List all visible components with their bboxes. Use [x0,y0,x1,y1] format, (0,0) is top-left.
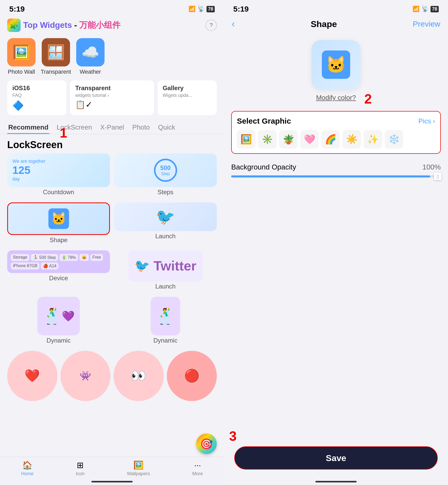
graphic-icon-snow[interactable]: ❄️ [385,130,403,149]
wifi-icon-right: 📡 [421,6,428,12]
save-button-area: 3 Save [234,446,438,470]
widget-photo-wall[interactable]: 🖼️ Photo Wall [7,38,36,75]
home-indicator-right [315,481,357,482]
mine-button[interactable]: 🎯 [196,433,217,454]
showcase-device-label: Device [49,273,68,284]
tab-recommend[interactable]: Recommend [7,120,49,134]
cat-tag: 🐱 [80,254,89,261]
storage-tag: Storage [11,254,29,261]
showcase-dynamic2[interactable]: 🕺 Dynamic [114,297,217,347]
showcase-dynamic1[interactable]: 🕺 💜 Dynamic [7,297,110,347]
app-logo-icon[interactable]: 🧩 [7,19,21,32]
hearts-row: ❤️ 👾 👀 🔴 [0,347,224,401]
tab-photo[interactable]: Photo [131,120,151,134]
graphic-icons-row: 🖼️ ✳️ 🪴 🩷 🌈 ☀️ ✨ ❄️ [237,130,435,150]
free-tag: Free [90,254,103,261]
graphic-icon-rainbow[interactable]: 🌈 [321,130,340,149]
shape-title: Shape [311,19,337,29]
showcase-countdown-label: Countdown [43,187,74,198]
preview-cat-icon: 🐱 [322,50,350,79]
tab-bar-wallpapers[interactable]: 🖼️ Wallpapers [127,460,150,477]
showcase-shape-label: Shape [50,235,67,246]
signal-icon: 📶 [188,6,195,12]
opacity-label: Background Opacity [231,163,296,171]
icon-icon: ⊞ [77,460,84,470]
steps-circle: 500 Step [154,159,177,182]
countdown-text: We are together [12,159,105,164]
showcase-countdown[interactable]: We are together 125 day Countdown [7,154,110,198]
title-sep: - [74,20,79,30]
tab-bar-home[interactable]: 🏠 Home [21,460,33,477]
weather-label: Weather [80,69,101,75]
cat-pixel-icon: 🐱 [48,208,69,229]
graphic-icon-sun[interactable]: ☀️ [342,130,361,149]
graphic-icon-stars[interactable]: ✨ [364,130,382,149]
icon-label: Icon [76,471,85,477]
heart-card-4[interactable]: 🔴 [167,351,217,401]
graphic-icon-image[interactable]: 🖼️ [237,130,255,149]
home-icon: 🏠 [22,460,32,470]
battery-left: 78 [206,6,215,12]
widget-weather[interactable]: ☁️ Weather [76,38,105,75]
save-button[interactable]: Save [234,446,438,470]
graphic-icon-plant[interactable]: 🪴 [279,130,298,149]
showcase-launch-label: Launch [155,231,176,242]
shape-widget: 🐱 [7,202,110,235]
gb-tag: iPhone 87GB [11,262,39,269]
wallpapers-icon: 🖼️ [133,460,144,470]
steps-num: 500 [160,164,170,172]
dynamic-card1: 🕺 💜 [37,297,80,335]
modify-color-link[interactable]: Modify color? [316,94,356,102]
more-label: More [192,471,203,477]
opacity-slider[interactable]: ⣿ [231,175,441,177]
battery-right: 78 [430,6,439,12]
tab-quick[interactable]: Quick [157,120,176,134]
home-indicator-left [91,481,133,482]
dynamic-row: 🕺 💜 Dynamic 🕺 Dynamic [0,293,224,347]
back-button[interactable]: ‹ [232,19,235,29]
opacity-row: Background Opacity 100% [231,163,441,171]
wallpapers-label: Wallpapers [127,471,150,477]
slider-thumb[interactable]: ⣿ [434,173,441,180]
help-button[interactable]: ? [205,20,217,31]
title-sub: 万能小组件 [79,20,120,30]
app-title-text: Top Widgets - 万能小组件 [23,20,120,31]
heart-card-2[interactable]: 👾 [61,351,111,401]
device-widget: Storage 🏃 500 Step 🔋 78% 🐱 Free iPhone 8… [7,250,110,273]
time-right: 5:19 [233,5,249,13]
graphic-icon-sparkle[interactable]: ✳️ [258,130,277,149]
twitter-text: Twitter [153,258,196,274]
widget-transparent[interactable]: 🪟 Transparent [41,38,71,75]
heart-card-3[interactable]: 👀 [114,351,164,401]
launch-widget: 🐦 [114,202,217,231]
widget-preview-box: 🐱 [312,40,360,89]
showcase-shape[interactable]: 🐱 Shape [7,202,110,246]
slider-fill [231,175,430,177]
preview-button[interactable]: Preview [413,20,440,28]
banner-transparent[interactable]: Transparent widgets tutorial › 📋✓ [70,80,154,115]
tab-xpanel[interactable]: X-Panel [99,120,125,134]
select-graphic-section: Select Graphic Pics › 🖼️ ✳️ 🪴 🩷 🌈 ☀️ ✨ ❄… [231,111,441,154]
showcase-steps[interactable]: 500 Step Steps [114,154,217,198]
weather-icon: ☁️ [76,38,105,66]
graphic-icon-heart[interactable]: 🩷 [300,130,319,149]
tab-bar-more[interactable]: ··· More [192,461,203,477]
right-nav: ‹ Shape Preview [224,15,448,32]
showcase-steps-label: Steps [158,187,173,198]
photo-wall-label: Photo Wall [8,69,35,75]
showcase-twitter[interactable]: 🐦 Twitter Launch [114,250,217,293]
photo-wall-icon: 🖼️ [7,38,36,66]
heart-card-1[interactable]: ❤️ [7,351,57,401]
app-header: 🧩 Top Widgets - 万能小组件 ? [0,15,224,36]
showcase-device[interactable]: Storage 🏃 500 Step 🔋 78% 🐱 Free iPhone 8… [7,250,110,293]
banner-ios16-sub: FAQ [12,93,61,98]
pics-button[interactable]: Pics › [418,117,435,125]
banner-ios16[interactable]: iOS16 FAQ 🔷 [7,80,66,115]
steps-unit: Step [161,172,170,176]
dynamic2-label: Dynamic [153,335,177,347]
banner-transparent-title: Transparent [75,84,149,92]
showcase-launch[interactable]: 🐦 Launch [114,202,217,246]
tab-bar-icon[interactable]: ⊞ Icon [76,460,85,477]
steps-widget: 500 Step [114,154,217,187]
banner-gallery[interactable]: Gallery Wigets upda... [158,80,217,115]
